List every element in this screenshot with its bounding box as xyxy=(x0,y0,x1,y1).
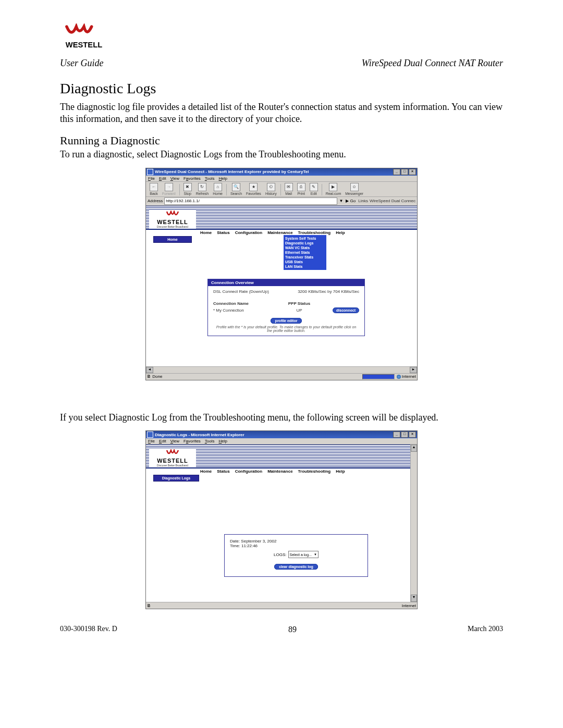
scroll-right-icon[interactable]: ► xyxy=(410,367,417,373)
internet-zone: Internet xyxy=(397,374,416,379)
col-ppp-status: PPP Status xyxy=(271,301,328,306)
clear-log-button[interactable]: clear diagnostic log xyxy=(274,564,318,570)
back-icon: ← xyxy=(150,183,158,191)
nav-help[interactable]: Help xyxy=(336,230,345,235)
scroll-down-icon[interactable]: ▼ xyxy=(411,595,417,602)
panel-title: Connection Overview xyxy=(208,279,364,286)
nav-configuration[interactable]: Configuration xyxy=(235,230,262,235)
favorites-button[interactable]: ★Favorites xyxy=(244,183,263,195)
header-right: WireSpeed Dual Connect NAT Router xyxy=(362,58,503,69)
nav-status[interactable]: Status xyxy=(217,469,229,474)
home-button[interactable]: ⌂Home xyxy=(211,183,224,195)
doc-date: March 2003 xyxy=(468,625,503,634)
nav-home[interactable]: Home xyxy=(200,230,212,235)
menu-tools[interactable]: Tools xyxy=(205,439,215,443)
scroll-up-icon[interactable]: ▲ xyxy=(411,445,417,452)
menu-help[interactable]: Help xyxy=(219,176,227,181)
chevron-down-icon: ▼ xyxy=(314,553,317,556)
ts-item-tranceiver[interactable]: Tranceiver Stats xyxy=(285,255,325,260)
nav-maintenance[interactable]: Maintenance xyxy=(267,469,292,474)
search-icon: 🔍 xyxy=(232,183,240,191)
status-bar-2: 🗎 Internet xyxy=(146,602,417,609)
edit-button[interactable]: ✎Edit xyxy=(308,183,320,195)
minimize-button[interactable]: _ xyxy=(393,431,400,438)
ie-icon xyxy=(147,169,153,175)
ts-item-lan[interactable]: LAN Stats xyxy=(285,264,325,269)
address-bar: Address http://192.168.1.1/ ▼ ▶ Go Links… xyxy=(146,197,417,206)
date-label: Date: September 3, 2002 xyxy=(230,539,362,544)
minimize-button[interactable]: _ xyxy=(393,169,400,175)
forward-button[interactable]: →Forward xyxy=(161,183,177,195)
nav-status[interactable]: Status xyxy=(217,230,229,235)
menu-view[interactable]: View xyxy=(170,176,179,181)
links-item[interactable]: WireSpeed Dual Connec xyxy=(370,199,415,203)
nav-help[interactable]: Help xyxy=(336,469,345,474)
nav-home[interactable]: Home xyxy=(200,469,212,474)
log-select[interactable]: Select a log...▼ xyxy=(288,551,319,558)
time-label: Time: 11:22:46 xyxy=(230,544,362,548)
ts-item-self-tests[interactable]: System Self Tests xyxy=(285,236,325,241)
window-title-2: Diagnostic Logs - Microsoft Internet Exp… xyxy=(155,433,244,437)
disconnect-button[interactable]: disconnect xyxy=(333,307,359,313)
messenger-button[interactable]: ☺Messenger xyxy=(344,183,365,195)
mail-button[interactable]: ✉Mail xyxy=(283,183,295,195)
messenger-icon: ☺ xyxy=(350,183,359,191)
nav-configuration[interactable]: Configuration xyxy=(235,469,262,474)
menu-view[interactable]: View xyxy=(170,439,179,443)
close-button[interactable]: × xyxy=(409,431,416,438)
nav-troubleshooting[interactable]: Troubleshooting xyxy=(298,230,331,235)
history-button[interactable]: ⏲History xyxy=(264,183,278,195)
ts-item-wan-vc[interactable]: WAN VC Stats xyxy=(285,245,325,250)
search-button[interactable]: 🔍Search xyxy=(229,183,243,195)
ts-item-diagnostic-logs[interactable]: Diagnostic Logs xyxy=(285,241,325,245)
links-label: Links xyxy=(358,199,368,203)
address-label: Address xyxy=(148,199,163,203)
sidebar-home[interactable]: Home xyxy=(153,236,192,243)
nav-maintenance[interactable]: Maintenance xyxy=(267,230,292,235)
menu-file[interactable]: File xyxy=(148,176,155,181)
stop-button[interactable]: ✖Stop xyxy=(182,183,193,195)
profile-editor-button[interactable]: profile editor xyxy=(271,318,302,324)
home-icon: ⌂ xyxy=(214,183,222,191)
favorites-icon: ★ xyxy=(249,183,258,191)
page-header: User Guide WireSpeed Dual Connect NAT Ro… xyxy=(60,58,503,69)
mail-icon: ✉ xyxy=(285,183,293,191)
menu-edit[interactable]: Edit xyxy=(159,439,166,443)
maximize-button[interactable]: □ xyxy=(401,169,408,175)
real-icon: ▶ xyxy=(329,183,337,191)
menu-help[interactable]: Help xyxy=(219,439,227,443)
back-button[interactable]: ←Back xyxy=(148,183,160,195)
menu-edit[interactable]: Edit xyxy=(159,176,166,181)
window-titlebar-2: Diagnostic Logs - Microsoft Internet Exp… xyxy=(146,431,417,438)
sidebar-diagnostic-logs[interactable]: Diagnostic Logs xyxy=(153,475,199,482)
scroll-left-icon[interactable]: ◄ xyxy=(146,367,153,373)
ts-item-usb[interactable]: USB Stats xyxy=(285,260,325,264)
print-button[interactable]: ⎙Print xyxy=(296,183,307,195)
menu-favorites[interactable]: Favorites xyxy=(183,439,201,443)
refresh-button[interactable]: ↻Refresh xyxy=(194,183,211,195)
maximize-button[interactable]: □ xyxy=(401,431,408,438)
ts-item-ethernet[interactable]: Ethernet Stats xyxy=(285,250,325,255)
rate-label: DSL Connect Rate (Down/Up) xyxy=(213,289,269,294)
router-nav-2: Home Status Configuration Maintenance Tr… xyxy=(200,469,345,474)
vertical-scrollbar[interactable]: ▲ ▼ xyxy=(410,445,417,602)
close-button[interactable]: × xyxy=(409,169,416,175)
go-button[interactable]: ▶ Go xyxy=(345,199,357,203)
address-input[interactable]: http://192.168.1.1/ xyxy=(164,198,337,205)
page-footer: 030-300198 Rev. D 89 March 2003 xyxy=(60,622,503,634)
stop-icon: ✖ xyxy=(183,183,192,191)
subsection-title: Running a Diagnostic xyxy=(60,134,503,147)
router-logo: WESTELL Discover Better Broadband xyxy=(149,210,196,229)
connection-name: * My Connection xyxy=(213,308,271,313)
nav-troubleshooting[interactable]: Troubleshooting xyxy=(298,469,331,474)
screenshot-1: WireSpeed Dual Connect - Microsoft Inter… xyxy=(145,168,418,380)
menu-file[interactable]: File xyxy=(148,439,155,443)
horizontal-scrollbar[interactable]: ◄ ► xyxy=(146,366,417,373)
menu-tools[interactable]: Tools xyxy=(205,176,215,181)
ppp-status: UP xyxy=(271,308,328,313)
realcom-button[interactable]: ▶Real.com xyxy=(324,183,343,195)
section-title: Diagnostic Logs xyxy=(60,80,503,97)
status-text-2: 🗎 xyxy=(147,603,151,608)
router-nav: Home Status Configuration Maintenance Tr… xyxy=(200,230,345,235)
menu-favorites[interactable]: Favorites xyxy=(183,176,201,181)
